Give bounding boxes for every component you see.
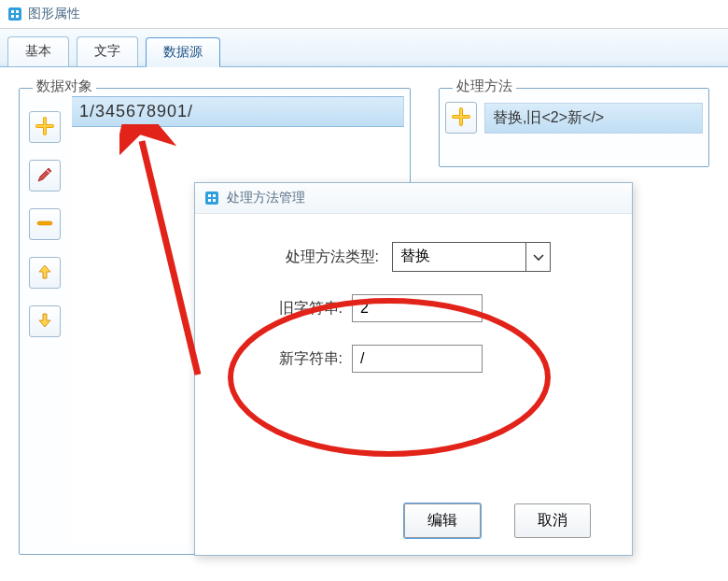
move-down-button[interactable] (29, 305, 61, 337)
remove-button[interactable] (29, 208, 61, 240)
method-item[interactable]: 替换,旧<2>新</> (484, 103, 703, 134)
add-button[interactable] (29, 111, 61, 143)
dialog-button-row: 编辑 取消 (404, 503, 591, 538)
minus-icon (35, 214, 54, 235)
svg-rect-4 (16, 15, 19, 18)
chevron-down-icon (533, 249, 544, 264)
method-row: 替换,旧<2>新</> (440, 89, 708, 147)
app-icon (7, 7, 22, 21)
plus-icon (452, 107, 470, 129)
data-object-legend: 数据对象 (33, 78, 96, 95)
main-titlebar: 图形属性 (0, 0, 728, 29)
data-object-item[interactable]: 1/345678901/ (72, 96, 404, 127)
arrow-up-icon (35, 262, 54, 284)
pencil-icon (35, 165, 54, 187)
data-object-toolbar (20, 94, 70, 354)
svg-rect-0 (8, 7, 21, 21)
plus-icon (35, 117, 54, 138)
svg-rect-8 (213, 194, 216, 197)
old-string-label: 旧字符串: (270, 299, 343, 319)
process-method-dialog: 处理方法管理 处理方法类型: 替换 旧字符串: (194, 182, 633, 556)
dialog-body: 处理方法类型: 替换 旧字符串: 新字符串: (195, 214, 632, 373)
type-value: 替换 (393, 243, 525, 271)
new-string-input[interactable] (352, 345, 483, 373)
dialog-title: 处理方法管理 (227, 190, 305, 206)
arrow-down-icon (35, 311, 54, 333)
svg-rect-7 (208, 194, 211, 197)
tab-datasource[interactable]: 数据源 (146, 37, 220, 67)
window-title: 图形属性 (28, 6, 80, 22)
tab-bar: 基本 文字 数据源 (0, 29, 728, 67)
svg-rect-1 (11, 10, 14, 13)
old-string-input[interactable] (352, 294, 483, 322)
process-method-legend: 处理方法 (453, 78, 516, 95)
combo-dropdown-button[interactable] (525, 243, 550, 271)
svg-rect-10 (213, 199, 216, 202)
svg-rect-6 (205, 191, 218, 205)
type-combobox[interactable]: 替换 (392, 242, 551, 272)
cancel-button[interactable]: 取消 (514, 503, 591, 538)
dialog-titlebar: 处理方法管理 (195, 183, 632, 214)
move-up-button[interactable] (29, 257, 61, 289)
edit-confirm-button[interactable]: 编辑 (404, 503, 481, 538)
tab-basic[interactable]: 基本 (7, 36, 69, 66)
method-add-button[interactable] (445, 102, 477, 134)
process-method-group: 处理方法 替换,旧<2>新</> (439, 88, 709, 167)
edit-button[interactable] (29, 160, 61, 191)
type-label: 处理方法类型: (276, 248, 379, 267)
svg-rect-5 (37, 221, 52, 225)
new-string-label: 新字符串: (270, 349, 343, 369)
app-icon (204, 191, 219, 205)
tab-text[interactable]: 文字 (77, 36, 138, 66)
main-window: 图形属性 基本 文字 数据源 数据对象 (0, 0, 728, 581)
svg-rect-3 (11, 15, 14, 18)
svg-rect-2 (16, 10, 19, 13)
svg-rect-9 (208, 199, 211, 202)
